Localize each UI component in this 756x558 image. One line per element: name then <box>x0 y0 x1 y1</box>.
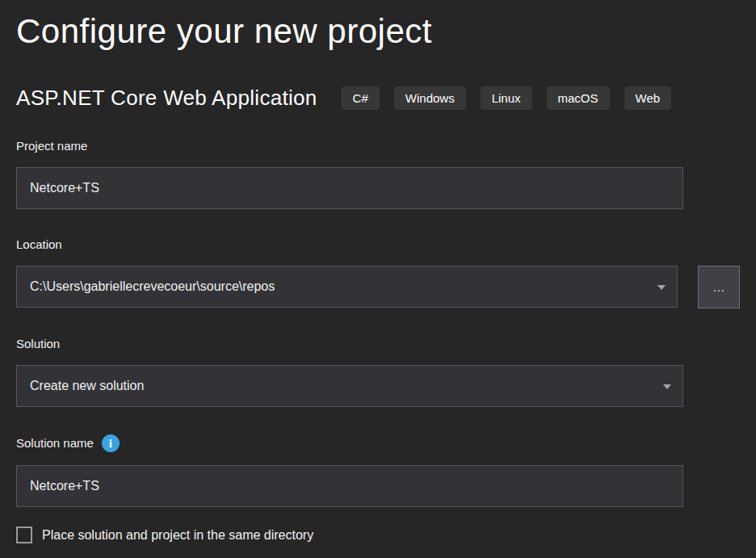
solution-name-input[interactable] <box>16 465 683 507</box>
chevron-down-icon[interactable] <box>657 285 666 290</box>
template-info-row: ASP.NET Core Web Application C# Windows … <box>16 86 740 111</box>
tag-macos: macOS <box>547 86 610 110</box>
info-icon[interactable]: i <box>102 434 120 452</box>
same-directory-label: Place solution and project in the same d… <box>42 528 313 543</box>
project-name-input[interactable] <box>16 167 683 209</box>
tag-web: Web <box>624 86 672 110</box>
template-name: ASP.NET Core Web Application <box>16 86 317 111</box>
solution-name-label: Solution name <box>16 435 94 451</box>
same-directory-row: Place solution and project in the same d… <box>16 527 740 543</box>
solution-dropdown-value: Create new solution <box>30 379 144 393</box>
location-label: Location <box>16 237 740 253</box>
project-name-label: Project name <box>16 138 740 154</box>
location-row: ... <box>16 253 740 308</box>
browse-location-button[interactable]: ... <box>698 266 740 308</box>
same-directory-checkbox[interactable] <box>16 527 32 543</box>
chevron-down-icon[interactable] <box>663 384 671 389</box>
solution-dropdown[interactable]: Create new solution <box>16 365 683 407</box>
tag-linux: Linux <box>481 86 532 110</box>
tag-csharp: C# <box>342 86 380 110</box>
location-combobox[interactable] <box>16 266 678 308</box>
template-tags: C# Windows Linux macOS Web <box>342 86 672 110</box>
tag-windows: Windows <box>394 86 466 110</box>
page-title: Configure your new project <box>16 8 740 55</box>
configure-project-dialog: Configure your new project ASP.NET Core … <box>0 8 756 543</box>
location-input[interactable] <box>30 279 664 294</box>
solution-name-label-row: Solution name i <box>16 434 740 452</box>
solution-label: Solution <box>16 336 740 352</box>
